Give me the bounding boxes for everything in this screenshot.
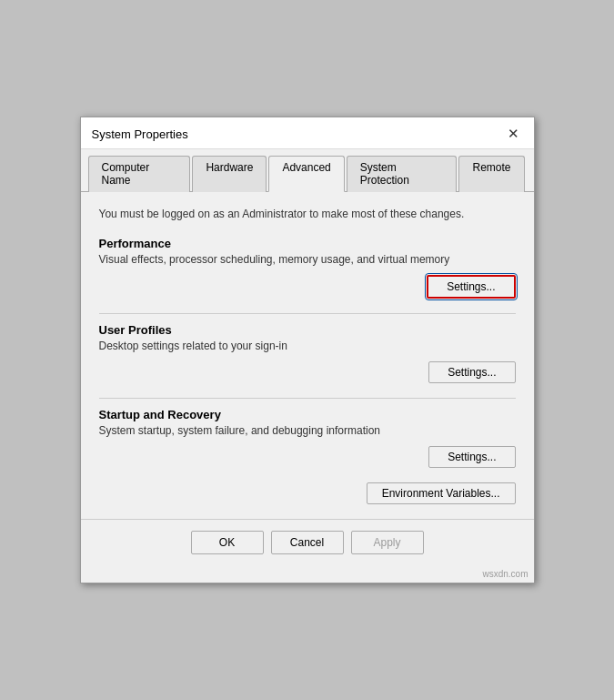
startup-recovery-settings-button[interactable]: Settings... [428, 446, 515, 468]
tab-content: You must be logged on as an Administrato… [81, 192, 534, 518]
title-bar: System Properties ✕ [81, 117, 534, 149]
tab-bar: Computer Name Hardware Advanced System P… [81, 149, 534, 192]
admin-notice: You must be logged on as an Administrato… [99, 207, 516, 222]
tab-system-protection[interactable]: System Protection [347, 156, 458, 192]
startup-recovery-button-row: Settings... [99, 446, 516, 468]
user-profiles-settings-button[interactable]: Settings... [428, 361, 515, 383]
environment-variables-button[interactable]: Environment Variables... [367, 482, 516, 504]
user-profiles-button-row: Settings... [99, 361, 516, 383]
user-profiles-section: User Profiles Desktop settings related t… [99, 323, 516, 383]
close-button[interactable]: ✕ [505, 125, 523, 143]
apply-button[interactable]: Apply [351, 531, 424, 554]
performance-button-row: Settings... [99, 275, 516, 299]
startup-recovery-section: Startup and Recovery System startup, sys… [99, 408, 516, 468]
divider-1 [99, 313, 516, 314]
startup-recovery-title: Startup and Recovery [99, 408, 516, 421]
dialog-title: System Properties [92, 127, 188, 141]
performance-section: Performance Visual effects, processor sc… [99, 237, 516, 299]
performance-title: Performance [99, 237, 516, 250]
startup-recovery-description: System startup, system failure, and debu… [99, 423, 516, 439]
user-profiles-title: User Profiles [99, 323, 516, 337]
user-profiles-description: Desktop settings related to your sign-in [99, 339, 516, 354]
tab-hardware[interactable]: Hardware [192, 156, 267, 192]
tab-computer-name[interactable]: Computer Name [88, 156, 191, 192]
ok-button[interactable]: OK [191, 531, 264, 554]
tab-advanced[interactable]: Advanced [268, 156, 344, 192]
watermark: wsxdn.com [81, 567, 534, 583]
tab-remote[interactable]: Remote [458, 156, 524, 192]
env-variables-row: Environment Variables... [99, 482, 516, 504]
performance-description: Visual effects, processor scheduling, me… [99, 252, 516, 268]
system-properties-dialog: System Properties ✕ Computer Name Hardwa… [80, 117, 535, 583]
performance-settings-button[interactable]: Settings... [427, 275, 515, 299]
cancel-button[interactable]: Cancel [271, 531, 344, 554]
divider-2 [99, 398, 516, 399]
dialog-footer: OK Cancel Apply [81, 519, 534, 567]
